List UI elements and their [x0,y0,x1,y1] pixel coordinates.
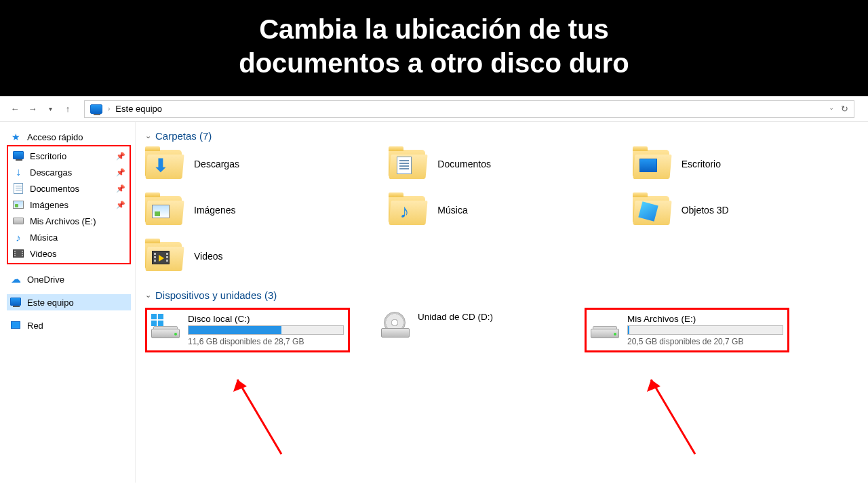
navigation-sidebar: ★ Acceso rápido Escritorio 📌 ↓ Descargas… [0,122,136,483]
document-icon [12,183,24,194]
chevron-down-icon: ⌄ [145,131,151,140]
nav-up-icon[interactable]: ↑ [62,104,73,114]
download-icon: ↓ [12,167,24,178]
folder-icon: ⬇ [145,148,183,180]
folder-label: Escritorio [682,159,721,169]
breadcrumb-chevron-icon: › [108,105,110,113]
svg-rect-0 [151,314,157,319]
navigation-toolbar: ← → ▾ ↑ › Este equipo ⌄ ↻ [0,96,868,122]
download-icon: ⬇ [152,158,170,173]
folder-label: Música [437,205,467,216]
folder-label: Videos [194,251,223,262]
cloud-icon: ☁ [9,274,22,285]
device-cd[interactable]: Unidad de CD (D:) [377,308,557,342]
sidebar-item-quick-access[interactable]: ★ Acceso rápido [7,129,131,145]
device-name: Disco local (C:) [188,314,344,324]
folder-icon [389,148,427,180]
folder-desktop[interactable]: Escritorio [633,148,856,180]
video-icon [152,250,170,265]
music-icon: ♪ [395,204,413,219]
folder-label: Documentos [437,159,491,169]
hard-drive-icon [591,314,619,340]
cd-drive-icon [381,312,410,338]
title-line-1: Cambia la ubicación de tus [27,12,841,46]
this-pc-icon [90,104,102,114]
sidebar-item-este-equipo[interactable]: Este equipo [7,294,131,310]
desktop-icon [12,150,24,161]
pin-icon: 📌 [116,201,125,209]
sidebar-item-escritorio[interactable]: Escritorio 📌 [9,148,128,164]
folder-video[interactable]: Videos [145,241,368,272]
sidebar-item-musica[interactable]: ♪ Música [9,229,128,245]
folder-label: Objetos 3D [682,205,729,216]
svg-rect-1 [158,314,163,319]
folder-icon [633,195,671,226]
pin-icon: 📌 [116,168,125,177]
folder-cube3d[interactable]: Objetos 3D [633,195,856,226]
device-name: Unidad de CD (D:) [418,312,553,322]
section-title: Dispositivos y unidades (3) [155,289,277,301]
svg-marker-7 [647,380,660,392]
content-pane: ⌄ Carpetas (7) ⬇DescargasDocumentosEscri… [136,122,868,483]
windows-logo-icon [151,314,163,326]
folder-label: Descargas [194,159,239,169]
video-icon [12,248,24,259]
highlight-box-quick-access: Escritorio 📌 ↓ Descargas 📌 Documentos 📌 … [7,145,131,264]
folder-document[interactable]: Documentos [389,148,612,180]
device-hdd-win[interactable]: Disco local (C:)11,6 GB disponibles de 2… [145,308,350,352]
refresh-icon[interactable]: ↻ [841,104,848,114]
title-line-2: documentos a otro disco duro [27,46,841,80]
svg-rect-3 [158,321,163,326]
device-hdd[interactable]: Mis Archivos (E:)20,5 GB disponibles de … [585,308,789,352]
section-title: Carpetas (7) [155,130,212,142]
storage-bar [627,325,783,335]
image-icon [12,199,24,210]
sidebar-item-imagenes[interactable]: Imágenes 📌 [9,197,128,213]
hard-drive-icon [151,314,180,340]
address-bar[interactable]: › Este equipo ⌄ ↻ [84,100,854,118]
svg-marker-5 [233,380,247,392]
pin-icon: 📌 [116,184,125,193]
folder-image[interactable]: Imágenes [145,195,368,226]
address-dropdown-icon[interactable]: ⌄ [829,104,834,114]
section-header-dispositivos[interactable]: ⌄ Dispositivos y unidades (3) [145,289,856,301]
nav-dropdown-icon[interactable]: ▾ [45,105,56,113]
folder-label: Imágenes [194,205,235,216]
image-icon [152,204,170,219]
sidebar-item-mis-archivos-e[interactable]: Mis Archivos (E:) [9,213,128,229]
chevron-down-icon: ⌄ [145,291,151,300]
folder-icon [145,195,183,226]
document-icon [395,158,413,173]
annotation-arrow-left [217,373,298,461]
sidebar-item-videos[interactable]: Videos [9,245,128,262]
svg-line-6 [651,380,695,454]
svg-rect-2 [151,321,157,326]
device-subtext: 20,5 GB disponibles de 20,7 GB [627,337,783,346]
folder-icon [145,241,183,272]
folder-download[interactable]: ⬇Descargas [145,148,368,180]
section-header-carpetas[interactable]: ⌄ Carpetas (7) [145,130,856,142]
nav-back-icon[interactable]: ← [9,104,20,114]
title-banner: Cambia la ubicación de tus documentos a … [0,0,868,96]
device-name: Mis Archivos (E:) [627,314,783,324]
desktop-icon [639,158,657,173]
music-icon: ♪ [12,232,24,243]
pin-icon: 📌 [116,152,125,161]
sidebar-item-red[interactable]: Red [7,317,131,333]
storage-bar [188,325,344,335]
network-icon [9,320,22,331]
this-pc-icon [9,297,22,308]
sidebar-item-descargas[interactable]: ↓ Descargas 📌 [9,164,128,180]
annotation-arrow-right [631,373,712,461]
sidebar-item-onedrive[interactable]: ☁ OneDrive [7,271,131,287]
sidebar-label: Acceso rápido [27,132,83,142]
folder-icon: ♪ [389,195,427,226]
sidebar-item-documentos[interactable]: Documentos 📌 [9,180,128,197]
breadcrumb-location[interactable]: Este equipo [115,104,162,114]
nav-forward-icon[interactable]: → [27,104,38,114]
folder-music[interactable]: ♪Música [389,195,612,226]
folder-icon [633,148,671,180]
drive-icon [12,216,24,226]
cube3d-icon [639,204,657,219]
device-subtext: 11,6 GB disponibles de 28,7 GB [188,337,344,346]
